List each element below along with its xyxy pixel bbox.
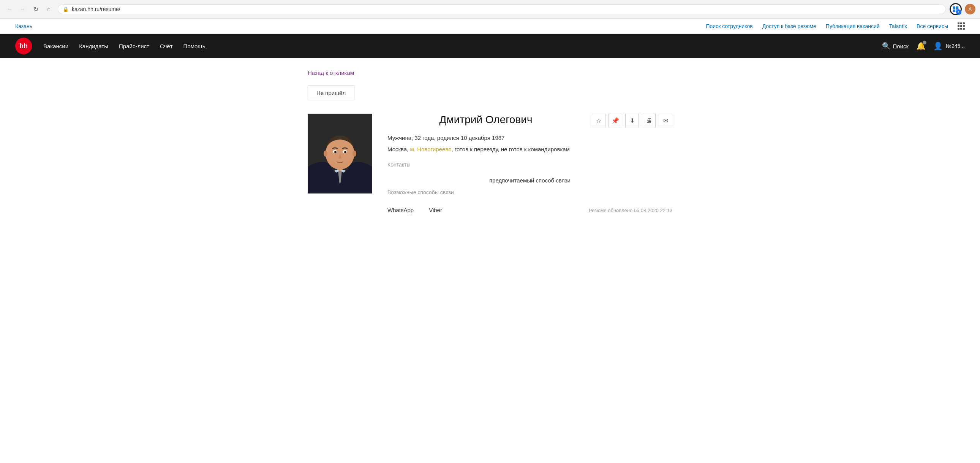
home-button[interactable]: ⌂ (43, 4, 54, 14)
resume-header-text: Дмитрий Олегович Мужчина, 32 года, родил… (387, 114, 584, 177)
contact-whatsapp: WhatsApp (387, 207, 414, 213)
back-button[interactable]: ← (5, 4, 15, 14)
notification-dot (923, 41, 926, 45)
nav-pricelist[interactable]: Прайс-лист (119, 43, 149, 49)
main-nav-links: Вакансии Кандидаты Прайс-лист Счёт Помощ… (43, 43, 205, 49)
resume-section: Дмитрий Олегович Мужчина, 32 года, родил… (308, 114, 672, 213)
svg-point-15 (327, 135, 353, 164)
not-came-button[interactable]: Не пришёл (308, 86, 355, 101)
resume-main: Дмитрий Олегович Мужчина, 32 года, родил… (387, 114, 672, 213)
resume-gender-age: Мужчина, 32 года, родился 10 декабря 198… (387, 133, 584, 142)
contact-viber: Viber (429, 207, 442, 213)
nav-vacancies[interactable]: Вакансии (43, 43, 68, 49)
grid-services-icon[interactable] (958, 22, 965, 30)
bottom-row: WhatsApp Viber Резюме обновлено 05.08.20… (387, 200, 672, 213)
notifications-bell[interactable]: 🔔 (916, 42, 926, 51)
forward-button[interactable]: → (18, 4, 28, 14)
search-icon: 🔍 (882, 42, 890, 50)
preferred-contact-text: предпочитаемый способ связи (387, 177, 672, 184)
resume-location: Москва, м. Новогиреево, готов к переезду… (387, 145, 584, 154)
lock-icon: 🔒 (63, 6, 69, 12)
location-prefix: Москва, (387, 146, 410, 152)
browser-right-area: 1 A (950, 3, 975, 15)
hh-logo[interactable]: hh (15, 38, 32, 54)
resume-photo (308, 114, 372, 213)
user-icon: 👤 (933, 42, 943, 51)
not-came-container: Не пришёл (308, 86, 672, 114)
svg-rect-1 (956, 6, 958, 9)
resume-updated-text: Резюме обновлено 05.08.2020 22:13 (589, 208, 672, 213)
back-to-responses-link[interactable]: Назад к откликам (308, 70, 354, 76)
nav-account[interactable]: Счёт (160, 43, 173, 49)
contacts-label: Контакты (387, 161, 584, 168)
main-navigation: hh Вакансии Кандидаты Прайс-лист Счёт По… (0, 34, 980, 58)
metro-link[interactable]: м. Новогиреево (410, 146, 452, 152)
resume-name: Дмитрий Олегович (387, 114, 584, 126)
all-services-link[interactable]: Все сервисы (916, 23, 948, 29)
browser-nav-buttons: ← → ↻ ⌂ (5, 4, 54, 14)
talantix-link[interactable]: Talantix (889, 23, 907, 29)
svg-rect-0 (953, 6, 955, 9)
contact-methods: WhatsApp Viber (387, 207, 442, 213)
profile-avatar[interactable]: A (965, 4, 975, 14)
resume-header-row: Дмитрий Олегович Мужчина, 32 года, родил… (387, 114, 672, 177)
search-label: Поиск (892, 43, 908, 49)
resume-actions: ☆ 📌 ⬇ 🖨 ✉ (592, 114, 672, 127)
email-button[interactable]: ✉ (659, 114, 672, 127)
svg-rect-2 (953, 10, 955, 12)
extension-button[interactable]: 1 (950, 3, 962, 15)
url-text: kazan.hh.ru/resume/ (72, 6, 941, 12)
nav-help[interactable]: Помощь (183, 43, 205, 49)
favorite-button[interactable]: ☆ (592, 114, 606, 127)
address-bar[interactable]: 🔒 kazan.hh.ru/resume/ (58, 4, 946, 14)
publish-vacancy-link[interactable]: Публикация вакансий (826, 23, 880, 29)
possible-contacts-label: Возможные способы связи (387, 189, 672, 195)
nav-candidates[interactable]: Кандидаты (79, 43, 108, 49)
location-suffix: , готов к переезду, не готов к командиро… (452, 146, 570, 152)
top-nav-right: Поиск сотрудников Доступ к базе резюме П… (706, 22, 965, 30)
pin-button[interactable]: 📌 (609, 114, 622, 127)
reload-button[interactable]: ↻ (30, 4, 41, 14)
search-button[interactable]: 🔍 Поиск (882, 42, 908, 50)
resume-base-link[interactable]: Доступ к базе резюме (762, 23, 816, 29)
print-button[interactable]: 🖨 (642, 114, 655, 127)
user-id: №245... (946, 43, 965, 49)
city-link[interactable]: Казань (15, 23, 32, 29)
main-nav-right: 🔍 Поиск 🔔 👤 №245... (882, 42, 965, 51)
candidate-photo (308, 114, 372, 193)
search-employees-link[interactable]: Поиск сотрудников (706, 23, 753, 29)
browser-chrome: ← → ↻ ⌂ 🔒 kazan.hh.ru/resume/ 1 A (0, 0, 980, 19)
download-button[interactable]: ⬇ (625, 114, 639, 127)
page-content: Назад к откликам Не пришёл (300, 58, 680, 225)
top-navigation: Казань Поиск сотрудников Доступ к базе р… (0, 19, 980, 34)
user-account-area[interactable]: 👤 №245... (933, 42, 965, 51)
